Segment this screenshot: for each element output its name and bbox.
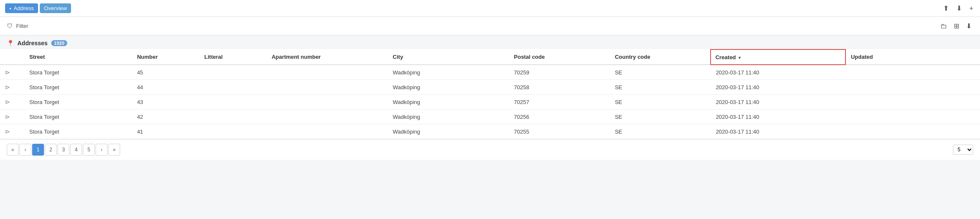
row-created: 2020-03-17 11:40 — [711, 110, 845, 124]
row-number: 41 — [132, 124, 199, 139]
row-icon-cell: ⊳ — [0, 95, 24, 110]
row-country: SE — [610, 110, 711, 124]
row-postal: 70256 — [509, 110, 610, 124]
table-row[interactable]: ⊳ Stora Torget 42 Wadköping 70256 SE 202… — [0, 110, 980, 124]
row-updated — [845, 124, 980, 139]
col-header-street: Street — [24, 49, 132, 65]
location-pin-icon: 📍 — [7, 40, 14, 47]
table-icon: ⊞ — [954, 22, 959, 30]
pagination-left: « ‹ 1 2 3 4 5 › » — [7, 144, 120, 156]
table-row[interactable]: ⊳ Stora Torget 44 Wadköping 70258 SE 202… — [0, 80, 980, 95]
row-created: 2020-03-17 11:40 — [711, 95, 845, 110]
add-button[interactable]: + — [968, 4, 975, 13]
filter-bar: ⛉ Filter 🗀 ⊞ ⬇ — [0, 17, 980, 36]
table-container: Street Number Litteral Apartment number … — [0, 49, 980, 139]
top-bar-right: ⬆ ⬇ + — [942, 3, 975, 13]
row-street: Stora Torget — [24, 124, 132, 139]
col-header-number: Number — [132, 49, 199, 65]
sort-arrow-icon: ▾ — [738, 55, 741, 60]
pagination-next-button[interactable]: › — [96, 144, 107, 156]
export-download-button[interactable]: ⬇ — [964, 21, 973, 31]
filter-funnel-icon: ⛉ — [7, 23, 13, 30]
overview-label: Overview — [44, 5, 67, 11]
row-apartment — [266, 65, 387, 80]
add-icon: + — [969, 5, 973, 12]
pagination-first-button[interactable]: « — [7, 144, 19, 156]
row-created: 2020-03-17 11:40 — [711, 65, 845, 80]
row-icon-cell: ⊳ — [0, 80, 24, 95]
table-row[interactable]: ⊳ Stora Torget 43 Wadköping 70257 SE 202… — [0, 95, 980, 110]
row-created: 2020-03-17 11:40 — [711, 80, 845, 95]
upload-button[interactable]: ⬆ — [942, 3, 950, 13]
row-litteral — [199, 95, 266, 110]
col-header-litteral: Litteral — [199, 49, 266, 65]
row-city: Wadköping — [388, 124, 509, 139]
addresses-count-badge: 1920 — [51, 40, 67, 46]
pagination-page-1-button[interactable]: 1 — [32, 144, 44, 156]
table-header-row: Street Number Litteral Apartment number … — [0, 49, 980, 65]
row-postal: 70258 — [509, 80, 610, 95]
table-view-button[interactable]: ⊞ — [952, 21, 961, 31]
section-title: Addresses — [17, 40, 48, 47]
row-number: 44 — [132, 80, 199, 95]
row-folder-icon: ⊳ — [5, 128, 10, 135]
row-apartment — [266, 124, 387, 139]
row-number: 43 — [132, 95, 199, 110]
col-header-created[interactable]: Created ▾ — [711, 49, 845, 65]
row-number: 45 — [132, 65, 199, 80]
download-button[interactable]: ⬇ — [955, 3, 964, 13]
row-updated — [845, 80, 980, 95]
row-litteral — [199, 80, 266, 95]
address-label: Address — [14, 5, 34, 11]
address-pin-icon: ▪ — [9, 5, 11, 11]
row-icon-cell: ⊳ — [0, 65, 24, 80]
row-street: Stora Torget — [24, 95, 132, 110]
row-city: Wadköping — [388, 80, 509, 95]
upload-icon: ⬆ — [943, 5, 949, 12]
row-postal: 70255 — [509, 124, 610, 139]
row-updated — [845, 95, 980, 110]
pagination-last-button[interactable]: » — [108, 144, 120, 156]
per-page-select[interactable]: 5 10 25 50 — [953, 145, 973, 155]
pagination-page-4-button[interactable]: 4 — [70, 144, 82, 156]
addresses-table: Street Number Litteral Apartment number … — [0, 49, 980, 139]
row-litteral — [199, 124, 266, 139]
row-city: Wadköping — [388, 65, 509, 80]
nav-address[interactable]: ▪ Address — [5, 3, 38, 13]
filter-label: Filter — [16, 23, 28, 29]
pagination-page-3-button[interactable]: 3 — [58, 144, 69, 156]
row-updated — [845, 110, 980, 124]
pagination-page-5-button[interactable]: 5 — [83, 144, 95, 156]
row-litteral — [199, 65, 266, 80]
pagination-page-2-button[interactable]: 2 — [45, 144, 57, 156]
col-header-city: City — [388, 49, 509, 65]
row-country: SE — [610, 95, 711, 110]
col-header-updated: Updated — [845, 49, 980, 65]
row-postal: 70259 — [509, 65, 610, 80]
export-download-icon: ⬇ — [966, 22, 972, 30]
row-country: SE — [610, 65, 711, 80]
row-street: Stora Torget — [24, 80, 132, 95]
table-row[interactable]: ⊳ Stora Torget 45 Wadköping 70259 SE 202… — [0, 65, 980, 80]
filter-left: ⛉ Filter — [7, 23, 28, 30]
table-header: Street Number Litteral Apartment number … — [0, 49, 980, 65]
row-apartment — [266, 95, 387, 110]
row-folder-icon: ⊳ — [5, 69, 10, 76]
row-number: 42 — [132, 110, 199, 124]
table-row[interactable]: ⊳ Stora Torget 41 Wadköping 70255 SE 202… — [0, 124, 980, 139]
filter-right: 🗀 ⊞ ⬇ — [939, 21, 973, 31]
col-header-postal: Postal code — [509, 49, 610, 65]
row-created: 2020-03-17 11:40 — [711, 124, 845, 139]
row-city: Wadköping — [388, 95, 509, 110]
pagination-prev-button[interactable]: ‹ — [19, 144, 31, 156]
row-postal: 70257 — [509, 95, 610, 110]
top-bar-left: ▪ Address Overview — [5, 3, 71, 13]
folder-icon-button[interactable]: 🗀 — [939, 22, 949, 31]
col-header-apartment: Apartment number — [266, 49, 387, 65]
row-city: Wadköping — [388, 110, 509, 124]
top-bar: ▪ Address Overview ⬆ ⬇ + — [0, 0, 980, 17]
row-folder-icon: ⊳ — [5, 99, 10, 105]
row-street: Stora Torget — [24, 110, 132, 124]
row-icon-cell: ⊳ — [0, 110, 24, 124]
nav-overview[interactable]: Overview — [40, 3, 71, 13]
